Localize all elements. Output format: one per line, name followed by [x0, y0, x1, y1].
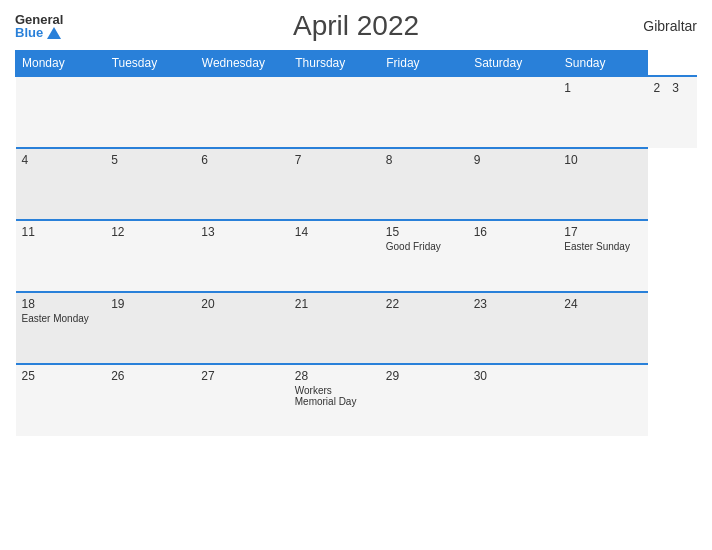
- table-row: [380, 76, 468, 148]
- logo: General Blue: [15, 13, 63, 39]
- table-row: 21: [289, 292, 380, 364]
- col-tuesday: Tuesday: [105, 51, 195, 77]
- table-row: 24: [558, 292, 647, 364]
- day-number: 10: [564, 153, 641, 167]
- day-number: 3: [672, 81, 679, 95]
- calendar-row-week4: 18Easter Monday192021222324: [16, 292, 698, 364]
- table-row: 6: [195, 148, 288, 220]
- table-row: [105, 76, 195, 148]
- table-row: 2: [648, 76, 667, 148]
- table-row: [289, 76, 380, 148]
- day-number: 7: [295, 153, 374, 167]
- table-row: 11: [16, 220, 106, 292]
- calendar-table: Monday Tuesday Wednesday Thursday Friday…: [15, 50, 697, 436]
- day-number: 29: [386, 369, 462, 383]
- holiday-label: Workers Memorial Day: [295, 385, 374, 407]
- day-number: 26: [111, 369, 189, 383]
- table-row: 27: [195, 364, 288, 436]
- table-row: 15Good Friday: [380, 220, 468, 292]
- day-number: 27: [201, 369, 282, 383]
- holiday-label: Easter Sunday: [564, 241, 641, 252]
- table-row: 26: [105, 364, 195, 436]
- day-number: 14: [295, 225, 374, 239]
- table-row: 16: [468, 220, 559, 292]
- table-row: 9: [468, 148, 559, 220]
- day-number: 25: [22, 369, 100, 383]
- table-row: 12: [105, 220, 195, 292]
- table-row: 14: [289, 220, 380, 292]
- day-number: 4: [22, 153, 100, 167]
- table-row: [195, 76, 288, 148]
- day-number: 16: [474, 225, 553, 239]
- day-number: 19: [111, 297, 189, 311]
- day-number: 5: [111, 153, 189, 167]
- table-row: 28Workers Memorial Day: [289, 364, 380, 436]
- col-friday: Friday: [380, 51, 468, 77]
- holiday-label: Easter Monday: [22, 313, 100, 324]
- calendar-row-week3: 1112131415Good Friday1617Easter Sunday: [16, 220, 698, 292]
- day-number: 18: [22, 297, 100, 311]
- table-row: 22: [380, 292, 468, 364]
- day-number: 28: [295, 369, 374, 383]
- day-number: 23: [474, 297, 553, 311]
- table-row: 30: [468, 364, 559, 436]
- table-row: 29: [380, 364, 468, 436]
- table-row: 23: [468, 292, 559, 364]
- table-row: 5: [105, 148, 195, 220]
- day-number: 22: [386, 297, 462, 311]
- day-number: 9: [474, 153, 553, 167]
- col-wednesday: Wednesday: [195, 51, 288, 77]
- table-row: 4: [16, 148, 106, 220]
- header: General Blue April 2022 Gibraltar: [15, 10, 697, 42]
- day-number: 1: [564, 81, 641, 95]
- day-number: 12: [111, 225, 189, 239]
- page-title: April 2022: [293, 10, 419, 42]
- logo-triangle-icon: [47, 27, 61, 39]
- day-number: 17: [564, 225, 641, 239]
- logo-blue-text: Blue: [15, 26, 43, 39]
- table-row: 1: [558, 76, 647, 148]
- calendar-row-week1: 123: [16, 76, 698, 148]
- day-number: 21: [295, 297, 374, 311]
- table-row: 10: [558, 148, 647, 220]
- table-row: [468, 76, 559, 148]
- table-row: 3: [666, 76, 685, 148]
- table-row: 7: [289, 148, 380, 220]
- day-number: 15: [386, 225, 462, 239]
- table-row: [16, 76, 106, 148]
- day-number: 24: [564, 297, 641, 311]
- day-number: 8: [386, 153, 462, 167]
- day-number: 2: [654, 81, 661, 95]
- col-monday: Monday: [16, 51, 106, 77]
- col-sunday: Sunday: [558, 51, 647, 77]
- day-number: 11: [22, 225, 100, 239]
- table-row: 18Easter Monday: [16, 292, 106, 364]
- weekday-header-row: Monday Tuesday Wednesday Thursday Friday…: [16, 51, 698, 77]
- table-row: 8: [380, 148, 468, 220]
- table-row: 20: [195, 292, 288, 364]
- table-row: [558, 364, 647, 436]
- calendar-row-week2: 45678910: [16, 148, 698, 220]
- day-number: 20: [201, 297, 282, 311]
- col-thursday: Thursday: [289, 51, 380, 77]
- table-row: 25: [16, 364, 106, 436]
- day-number: 13: [201, 225, 282, 239]
- region-label: Gibraltar: [643, 18, 697, 34]
- table-row: 13: [195, 220, 288, 292]
- table-row: [685, 76, 697, 148]
- day-number: 30: [474, 369, 553, 383]
- calendar-page: General Blue April 2022 Gibraltar Monday…: [0, 0, 712, 550]
- calendar-row-week5: 25262728Workers Memorial Day2930: [16, 364, 698, 436]
- holiday-label: Good Friday: [386, 241, 462, 252]
- table-row: 19: [105, 292, 195, 364]
- col-saturday: Saturday: [468, 51, 559, 77]
- table-row: 17Easter Sunday: [558, 220, 647, 292]
- day-number: 6: [201, 153, 282, 167]
